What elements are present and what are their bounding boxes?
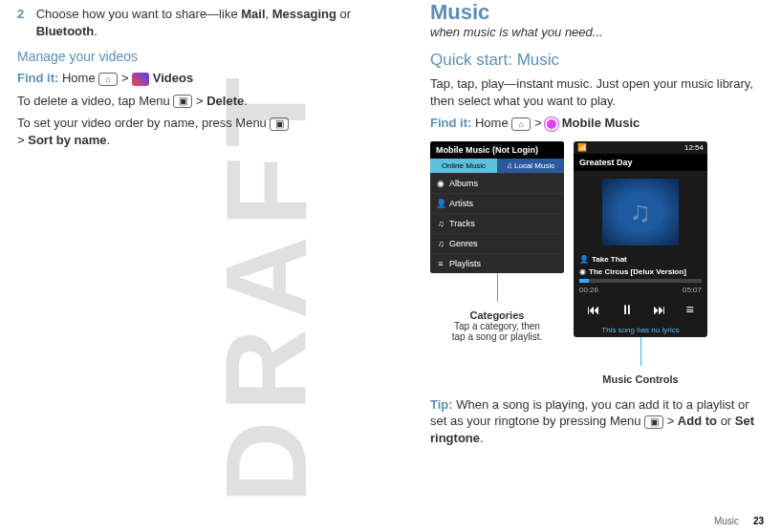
category-genres[interactable]: ♫Genres [430, 233, 564, 253]
list-button[interactable]: ≡ [686, 302, 694, 317]
tip-paragraph: Tip: When a song is playing, you can add… [430, 396, 765, 447]
sort-line: To set your video order by name, press M… [17, 115, 380, 148]
phone-player: 📶 12:54 Greatest Day ♫ 👤Take That ◉The C… [574, 141, 707, 337]
time-elapsed: 00:26 [579, 286, 598, 294]
home-icon [98, 73, 118, 86]
music-app-icon [545, 117, 558, 131]
artist-row: 👤Take That [574, 253, 707, 266]
phone1-tabs: Online Music ♫ Local Music [430, 159, 564, 173]
albums-icon: ◉ [436, 179, 445, 188]
phone1-header: Mobile Music (Not Login) [430, 141, 564, 159]
page-number: 23 [753, 516, 764, 526]
menu-icon [270, 117, 289, 131]
connector-line-2 [640, 337, 641, 366]
genres-icon: ♫ [436, 239, 445, 248]
mobile-music-label: Mobile Music [562, 116, 640, 130]
quick-intro: Tap, tap, play—instant music. Just open … [430, 75, 765, 109]
prev-button[interactable]: ⏮ [587, 302, 600, 317]
signal-icon: 📶 [577, 143, 587, 152]
findit-label: Find it: [17, 71, 58, 85]
menu-icon [644, 415, 663, 429]
right-column: Music when music is what you need... Qui… [430, 0, 765, 452]
category-playlists[interactable]: ≡Playlists [430, 253, 564, 273]
phone1-body: ◉Albums 👤Artists ♫Tracks ♫Genres ≡Playli… [430, 173, 564, 273]
category-artists[interactable]: 👤Artists [430, 193, 564, 213]
page-footer: Music 23 [714, 516, 764, 526]
findit-videos: Find it: Home > Videos [17, 70, 380, 87]
videos-label: Videos [153, 71, 193, 85]
disc-icon: ◉ [579, 267, 586, 276]
videos-icon [132, 73, 149, 86]
findit-label: Find it: [430, 116, 471, 130]
phone-library: Mobile Music (Not Login) Online Music ♫ … [430, 141, 564, 273]
music-controls-callout: Music Controls [574, 373, 707, 385]
tracks-icon: ♫ [436, 219, 445, 228]
left-column: 2 Choose how you want to share—like Mail… [17, 0, 380, 154]
tab-local-music[interactable]: ♫ Local Music [497, 159, 564, 173]
music-title: Music [430, 0, 765, 25]
progress-bar[interactable] [579, 279, 702, 283]
next-button[interactable]: ⏭ [653, 302, 666, 317]
footer-section: Music [714, 516, 739, 526]
home-icon [511, 117, 531, 131]
delete-line: To delete a video, tap Menu > Delete. [17, 93, 380, 110]
person-icon: 👤 [579, 255, 589, 264]
step-2-line: 2 Choose how you want to share—like Mail… [17, 6, 380, 39]
menu-icon [173, 95, 192, 108]
phone-1-wrap: Mobile Music (Not Login) Online Music ♫ … [430, 141, 564, 385]
player-controls: ⏮ ⏸ ⏭ ≡ [574, 296, 707, 323]
category-tracks[interactable]: ♫Tracks [430, 213, 564, 233]
screenshots-row: Mobile Music (Not Login) Online Music ♫ … [430, 141, 765, 385]
tip-label: Tip: [430, 397, 453, 412]
status-bar: 📶 12:54 [574, 141, 707, 154]
tab-online-music[interactable]: Online Music [430, 159, 497, 173]
step-number: 2 [17, 6, 33, 23]
music-tagline: when music is what you need... [430, 25, 765, 39]
artists-icon: 👤 [436, 199, 445, 208]
findit-music: Find it: Home > Mobile Music [430, 115, 765, 132]
quick-start-heading: Quick start: Music [430, 51, 765, 70]
manage-videos-heading: Manage your videos [17, 49, 380, 64]
categories-callout: Categories Tap a category, then tap a so… [430, 309, 564, 342]
now-playing-title: Greatest Day [574, 154, 707, 171]
pause-button[interactable]: ⏸ [620, 302, 634, 317]
album-art: ♫ [602, 179, 679, 245]
progress-times: 00:26 05:07 [574, 284, 707, 296]
phone-2-wrap: 📶 12:54 Greatest Day ♫ 👤Take That ◉The C… [574, 141, 707, 385]
step-text: Choose how you want to share—like Mail, … [36, 6, 371, 39]
lyrics-line: This song has no lyrics [574, 323, 707, 337]
connector-line-1 [497, 273, 498, 302]
category-albums[interactable]: ◉Albums [430, 173, 564, 193]
time-total: 05:07 [683, 286, 702, 294]
album-row: ◉The Circus [Delux Version] [574, 266, 707, 278]
clock-time: 12:54 [684, 143, 704, 152]
playlists-icon: ≡ [436, 259, 445, 268]
